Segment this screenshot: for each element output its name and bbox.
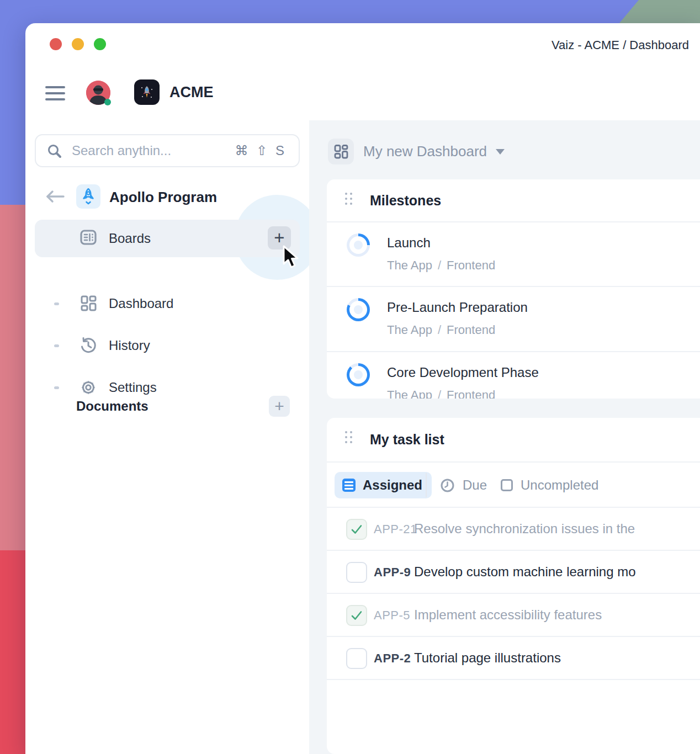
drag-handle-icon[interactable] (345, 193, 352, 205)
task-title: Resolve synchronization issues in the (414, 521, 635, 537)
task-row[interactable]: APP-5 Implement accessibility features (327, 594, 700, 637)
settings-gear-icon (78, 378, 98, 397)
bullet-dot (54, 386, 59, 389)
sidebar-item-dashboard-label: Dashboard (109, 296, 173, 311)
milestone-board: Frontend (447, 388, 495, 399)
task-list-title: My task list (370, 418, 444, 461)
sidebar-item-settings-label: Settings (109, 380, 157, 395)
task-title: Develop custom machine learning mo (414, 564, 636, 580)
milestones-widget: Milestones Launch The App/Frontend Pre-L… (327, 179, 700, 399)
workspace-logo[interactable] (134, 79, 160, 105)
search-icon (47, 144, 62, 158)
minimize-window-button[interactable] (72, 38, 84, 50)
milestones-header: Milestones (327, 179, 700, 222)
milestone-breadcrumb: The App/Frontend (387, 323, 495, 337)
task-checkbox[interactable] (346, 648, 367, 669)
sidebar-item-history[interactable]: History (25, 330, 309, 361)
window-title: Vaiz - ACME / Dashboard (551, 38, 689, 52)
breadcrumb-slash: / (438, 258, 441, 272)
progress-ring (347, 298, 370, 321)
sidebar-item-boards-label: Boards (109, 231, 151, 246)
milestone-breadcrumb: The App/Frontend (387, 258, 495, 273)
milestone-project: The App (387, 323, 432, 337)
close-window-button[interactable] (50, 38, 62, 50)
task-row[interactable]: APP-21 Resolve synchronization issues in… (327, 508, 700, 551)
rocket-icon (81, 188, 96, 205)
milestone-title: Pre-Launch Preparation (387, 300, 528, 315)
dashboard-grid-button[interactable] (328, 139, 354, 164)
check-icon (350, 523, 363, 536)
milestone-board: Frontend (447, 323, 495, 337)
chevron-down-icon (496, 149, 505, 155)
zoom-window-button[interactable] (94, 38, 106, 50)
milestone-board: Frontend (447, 258, 495, 272)
task-id: APP-9 (374, 565, 411, 580)
sidebar-item-dashboard[interactable]: Dashboard (25, 288, 309, 319)
dashboard-title: My new Dashboard (363, 143, 487, 160)
task-title: Tutorial page illustrations (414, 650, 561, 666)
bullet-dot (54, 344, 59, 347)
project-name[interactable]: Apollo Program (109, 189, 217, 206)
milestone-row[interactable]: Launch The App/Frontend (327, 222, 700, 287)
assigned-list-icon (342, 479, 356, 492)
filter-assigned[interactable]: Assigned (335, 472, 432, 498)
window-controls (50, 38, 106, 50)
mouse-cursor (280, 245, 304, 273)
task-checkbox[interactable] (346, 519, 367, 540)
add-document-button[interactable]: + (269, 396, 290, 417)
task-checkbox[interactable] (346, 605, 367, 626)
filter-uncompleted-label: Uncompleted (521, 477, 598, 493)
task-row[interactable]: APP-2 Tutorial page illustrations (327, 637, 700, 680)
history-clock-icon (78, 336, 98, 355)
milestone-project: The App (387, 258, 432, 272)
check-icon (350, 609, 363, 622)
progress-ring (347, 233, 370, 257)
app-window: Vaiz - ACME / Dashboard ACME Search anyt… (25, 23, 700, 754)
dashboard-grid-icon (333, 144, 349, 160)
sidebar-item-boards[interactable] (35, 220, 300, 257)
breadcrumb-slash: / (438, 323, 441, 337)
dashboard-grid-icon (78, 294, 98, 314)
task-list-header: My task list (327, 418, 700, 463)
documents-section-label: Documents (76, 399, 149, 414)
milestone-row[interactable]: Pre-Launch Preparation The App/Frontend (327, 287, 700, 352)
workspace-name[interactable]: ACME (169, 84, 214, 101)
rocket-icon (139, 84, 155, 100)
search-shortcut: ⌘ ⇧ S (235, 143, 287, 158)
search-input[interactable]: Search anythin... ⌘ ⇧ S (35, 134, 300, 167)
breadcrumb-slash: / (438, 388, 441, 399)
filter-assigned-label: Assigned (363, 477, 422, 493)
filter-due-label: Due (463, 477, 487, 493)
filter-uncompleted[interactable]: Uncompleted (501, 472, 598, 498)
filter-divider (426, 473, 427, 497)
task-title: Implement accessibility features (414, 607, 602, 623)
milestone-breadcrumb: The App/Frontend (387, 388, 495, 399)
project-icon-chip[interactable] (76, 184, 100, 209)
milestone-title: Core Development Phase (387, 365, 539, 380)
dashboard-selector[interactable]: My new Dashboard (363, 139, 505, 164)
drag-handle-icon[interactable] (345, 431, 352, 443)
bullet-dot (54, 302, 59, 305)
task-checkbox[interactable] (346, 562, 367, 583)
back-arrow-icon[interactable] (45, 189, 66, 206)
milestones-title: Milestones (370, 179, 441, 221)
milestone-project: The App (387, 388, 432, 399)
search-placeholder: Search anythin... (72, 143, 225, 158)
task-id: APP-2 (374, 651, 411, 666)
online-status-dot (104, 99, 111, 105)
task-row[interactable]: APP-9 Develop custom machine learning mo (327, 551, 700, 594)
filter-due[interactable]: Due (440, 472, 487, 498)
checkbox-outline-icon (501, 479, 513, 491)
clock-icon (440, 478, 455, 493)
progress-ring (347, 363, 370, 386)
task-id: APP-5 (374, 608, 410, 623)
sidebar-item-settings[interactable]: Settings (25, 372, 309, 403)
boards-icon (78, 227, 98, 247)
task-id: APP-21 (374, 522, 417, 537)
milestone-title: Launch (387, 235, 431, 251)
menu-icon[interactable] (45, 86, 65, 100)
sidebar-item-history-label: History (109, 338, 150, 353)
task-filters: Assigned Due Uncompleted (327, 463, 700, 508)
milestone-row[interactable]: Core Development Phase The App/Frontend (327, 352, 700, 399)
task-list-widget: My task list Assigned Due Uncompleted (327, 418, 700, 754)
